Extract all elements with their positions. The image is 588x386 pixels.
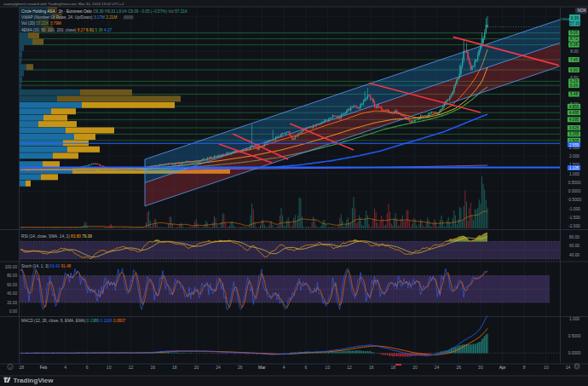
svg-text:20: 20 bbox=[194, 365, 199, 370]
svg-text:100.00: 100.00 bbox=[5, 265, 18, 269]
svg-text:6: 6 bbox=[86, 365, 89, 370]
svg-text:80.00: 80.00 bbox=[7, 274, 17, 278]
svg-text:2.555: 2.555 bbox=[569, 143, 579, 147]
svg-text:10: 10 bbox=[544, 365, 549, 370]
svg-text:4EMA (20, 50, 100, 200, close): 4EMA (20, 50, 100, 200, close) 8.27 6.91… bbox=[21, 28, 112, 32]
svg-text:-0.5000: -0.5000 bbox=[568, 198, 582, 202]
svg-text:RSI (14, close, SMA, 14, 2) 83: RSI (14, close, SMA, 14, 2) 83.80 79.39 bbox=[21, 234, 92, 239]
svg-text:Vol (20) 57.21K 3.79M: Vol (20) 57.21K 3.79M bbox=[21, 21, 61, 26]
svg-text:4.095: 4.095 bbox=[569, 118, 579, 122]
svg-text:18: 18 bbox=[172, 365, 177, 370]
svg-text:16: 16 bbox=[150, 365, 155, 370]
svg-text:Stoch (14, 1, 3) 93.43 91.48: Stoch (14, 1, 3) 93.43 91.48 bbox=[21, 264, 72, 268]
svg-text:MACD (12, 26, close, 9, EMA, E: MACD (12, 26, close, 9, EMA, EMA) 0.1986… bbox=[21, 319, 126, 323]
svg-text:0.0000: 0.0000 bbox=[568, 189, 581, 193]
svg-text:80.00: 80.00 bbox=[569, 235, 579, 239]
svg-text:0.5000: 0.5000 bbox=[568, 334, 581, 338]
svg-text:1.000: 1.000 bbox=[569, 317, 579, 321]
svg-text:8.00: 8.00 bbox=[570, 49, 579, 54]
svg-text:VWAP (Number Of Rows, 24, Up/D: VWAP (Number Of Rows, 24, Up/Down) 3.17M… bbox=[21, 15, 117, 20]
svg-text:3.265: 3.265 bbox=[569, 132, 579, 136]
svg-text:8.72: 8.72 bbox=[570, 37, 579, 41]
svg-text:Circle Holding ASA · 1h · Euro: Circle Holding ASA · 1h · Euronext Oslo … bbox=[21, 9, 188, 14]
svg-text:16: 16 bbox=[369, 365, 374, 370]
svg-text:24: 24 bbox=[216, 365, 221, 370]
svg-text:Feb: Feb bbox=[40, 365, 48, 370]
svg-text:4: 4 bbox=[283, 365, 285, 370]
svg-text:9.06: 9.06 bbox=[570, 31, 579, 35]
svg-text:sawnylglmesl created with Trad: sawnylglmesl created with TradingView.co… bbox=[3, 2, 124, 6]
svg-text:40.00: 40.00 bbox=[569, 253, 579, 257]
svg-text:TradingView: TradingView bbox=[14, 377, 55, 384]
svg-text:Mar: Mar bbox=[258, 365, 266, 370]
svg-text:7.45: 7.45 bbox=[570, 58, 579, 62]
svg-text:1.105: 1.105 bbox=[569, 166, 579, 170]
svg-text:30: 30 bbox=[478, 365, 483, 370]
svg-text:4.855: 4.855 bbox=[569, 105, 579, 109]
svg-text:2.000: 2.000 bbox=[569, 154, 579, 158]
svg-text:0.0000: 0.0000 bbox=[568, 351, 581, 355]
svg-text:-1.000: -1.000 bbox=[568, 207, 580, 211]
svg-text:60.00: 60.00 bbox=[569, 244, 579, 248]
svg-text:↺: ↺ bbox=[9, 366, 12, 370]
svg-text:4.495: 4.495 bbox=[569, 111, 579, 115]
svg-text:12: 12 bbox=[347, 365, 352, 370]
svg-text:18: 18 bbox=[391, 365, 396, 370]
svg-text:57:16: 57:16 bbox=[569, 21, 579, 26]
svg-text:6.06: 6.06 bbox=[570, 84, 579, 88]
svg-text:10: 10 bbox=[326, 365, 331, 370]
svg-text:6.90: 6.90 bbox=[570, 68, 579, 72]
svg-text:10: 10 bbox=[107, 365, 112, 370]
svg-text:60.00: 60.00 bbox=[7, 283, 17, 287]
svg-text:8: 8 bbox=[523, 365, 526, 370]
svg-text:28: 28 bbox=[20, 365, 25, 370]
svg-text:20: 20 bbox=[412, 365, 418, 370]
svg-text:26: 26 bbox=[457, 365, 462, 370]
svg-text:40.00: 40.00 bbox=[7, 291, 17, 296]
svg-text:12: 12 bbox=[129, 365, 134, 370]
svg-text:CRNA: CRNA bbox=[560, 17, 571, 21]
svg-text:5.48: 5.48 bbox=[570, 92, 579, 96]
svg-text:24: 24 bbox=[435, 365, 440, 370]
svg-text:20.00: 20.00 bbox=[7, 301, 17, 305]
svg-text:-1.500: -1.500 bbox=[568, 216, 580, 220]
svg-text:0.5000: 0.5000 bbox=[568, 181, 581, 185]
svg-text:9.39: 9.39 bbox=[571, 16, 579, 20]
svg-text:3.625: 3.625 bbox=[569, 126, 579, 130]
svg-text:8.38: 8.38 bbox=[570, 43, 579, 47]
svg-text:NOK: NOK bbox=[578, 8, 588, 13]
svg-text:-2.000: -2.000 bbox=[568, 224, 580, 228]
svg-text:0.00: 0.00 bbox=[9, 309, 18, 314]
svg-text:Apr: Apr bbox=[499, 365, 506, 370]
svg-text:6: 6 bbox=[304, 365, 307, 370]
svg-text:4: 4 bbox=[64, 365, 66, 370]
svg-text:1.000: 1.000 bbox=[569, 172, 579, 176]
svg-text:26: 26 bbox=[238, 365, 243, 370]
svg-text:14: 14 bbox=[566, 365, 571, 370]
